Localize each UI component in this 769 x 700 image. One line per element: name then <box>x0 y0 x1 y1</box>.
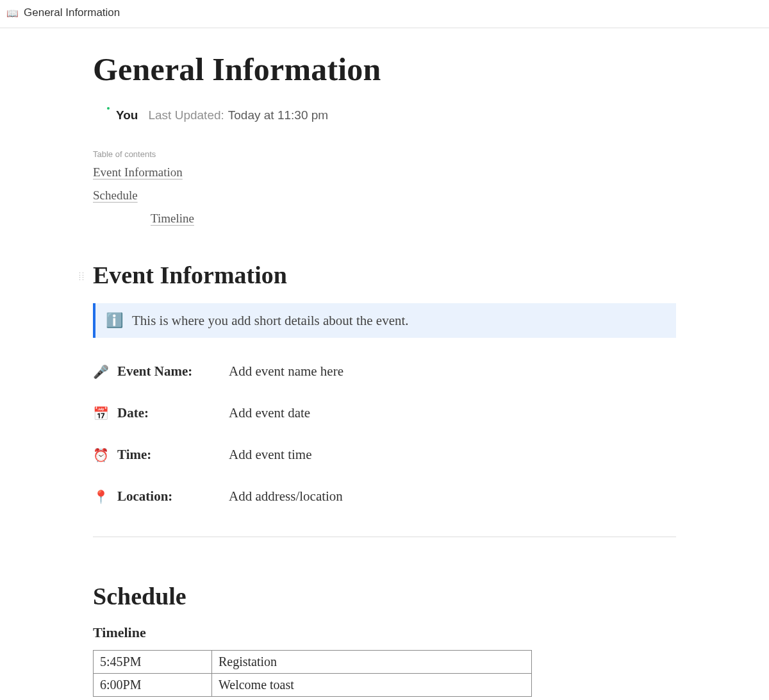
detail-value[interactable]: Add event time <box>229 447 311 463</box>
timeline-time-cell[interactable]: 5:45PM <box>94 651 212 674</box>
last-updated-value: Today at 11:30 pm <box>228 108 328 122</box>
table-row[interactable]: 5:45PM Registation <box>94 651 532 674</box>
toc-link[interactable]: Schedule <box>93 188 138 202</box>
table-row[interactable]: 6:00PM Welcome toast <box>94 674 532 697</box>
last-updated-label: Last Updated: <box>148 108 224 122</box>
heading-event-information[interactable]: Event Information <box>93 261 676 289</box>
pin-icon: 📍 <box>93 489 108 504</box>
breadcrumb-bar: 📖 General Information <box>0 0 769 28</box>
page-title[interactable]: General Information <box>93 51 676 88</box>
table-of-contents: Event Information Schedule Timeline <box>93 165 676 226</box>
drag-handle-icon[interactable]: :: :: <box>79 271 88 280</box>
info-callout[interactable]: ℹ️ This is where you add short details a… <box>93 303 676 338</box>
page-content: General Information You Last Updated: To… <box>93 28 676 697</box>
timeline-time-cell[interactable]: 6:00PM <box>94 674 212 697</box>
detail-row-event-name[interactable]: 🎤 Event Name: Add event name here <box>93 363 676 379</box>
callout-text: This is where you add short details abou… <box>132 313 409 329</box>
toc-link[interactable]: Event Information <box>93 165 183 179</box>
heading-timeline[interactable]: Timeline <box>93 624 676 641</box>
timeline-item-cell[interactable]: Registation <box>212 651 532 674</box>
timeline-item-cell[interactable]: Welcome toast <box>212 674 532 697</box>
author-name[interactable]: You <box>116 108 138 122</box>
book-icon: 📖 <box>6 8 19 18</box>
detail-row-location[interactable]: 📍 Location: Add address/location <box>93 488 676 504</box>
page-meta: You Last Updated: Today at 11:30 pm <box>93 107 676 124</box>
event-details: 🎤 Event Name: Add event name here 📅 Date… <box>93 363 676 504</box>
section-event-information: :: :: Event Information ℹ️ This is where… <box>93 261 676 537</box>
detail-label: Location: <box>117 488 220 504</box>
author-avatar[interactable] <box>93 107 110 124</box>
calendar-icon: 📅 <box>93 406 108 421</box>
detail-label: Date: <box>117 405 220 421</box>
section-schedule: Schedule Timeline 5:45PM Registation 6:0… <box>93 582 676 697</box>
toc-item-schedule[interactable]: Schedule <box>93 188 676 203</box>
clock-icon: ⏰ <box>93 447 108 463</box>
detail-label: Event Name: <box>117 363 220 379</box>
toc-label: Table of contents <box>93 149 676 159</box>
detail-row-date[interactable]: 📅 Date: Add event date <box>93 405 676 421</box>
info-icon: ℹ️ <box>106 312 123 329</box>
toc-link[interactable]: Timeline <box>151 212 194 225</box>
section-divider <box>93 537 676 537</box>
detail-value[interactable]: Add event name here <box>229 363 343 379</box>
detail-label: Time: <box>117 447 220 463</box>
toc-item-event-information[interactable]: Event Information <box>93 165 676 179</box>
timeline-table[interactable]: 5:45PM Registation 6:00PM Welcome toast <box>93 650 532 697</box>
heading-schedule[interactable]: Schedule <box>93 582 676 610</box>
microphone-icon: 🎤 <box>93 364 108 379</box>
presence-indicator-icon <box>106 106 111 111</box>
detail-row-time[interactable]: ⏰ Time: Add event time <box>93 447 676 463</box>
breadcrumb-title[interactable]: General Information <box>24 6 120 19</box>
detail-value[interactable]: Add event date <box>229 405 310 421</box>
toc-item-timeline[interactable]: Timeline <box>93 212 676 226</box>
detail-value[interactable]: Add address/location <box>229 488 343 504</box>
